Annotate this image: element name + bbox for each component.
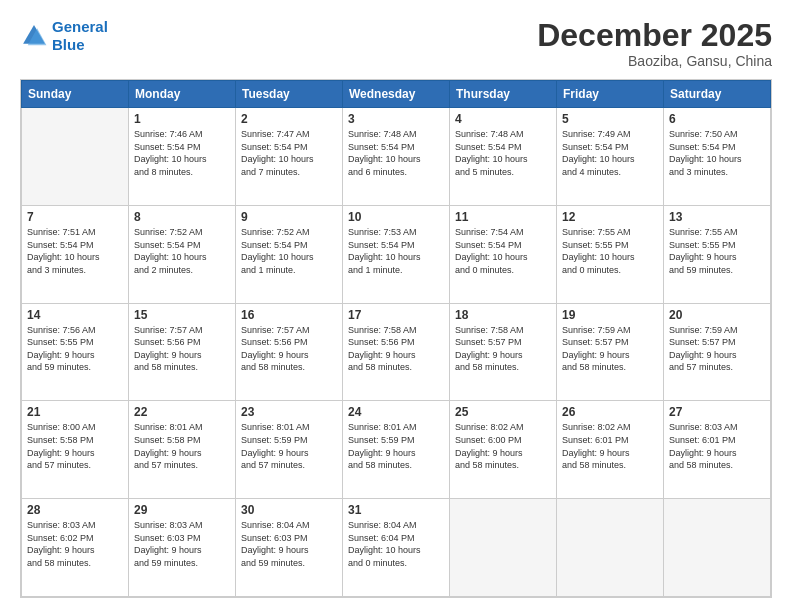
day-number: 19 (562, 308, 658, 322)
weekday-header: Friday (557, 81, 664, 108)
day-info: Sunrise: 7:58 AM Sunset: 5:57 PM Dayligh… (455, 324, 551, 374)
weekday-header: Saturday (664, 81, 771, 108)
day-info: Sunrise: 8:01 AM Sunset: 5:59 PM Dayligh… (348, 421, 444, 471)
logo-line1: General (52, 18, 108, 35)
calendar-week-row: 7Sunrise: 7:51 AM Sunset: 5:54 PM Daylig… (22, 205, 771, 303)
weekday-row: SundayMondayTuesdayWednesdayThursdayFrid… (22, 81, 771, 108)
day-number: 27 (669, 405, 765, 419)
calendar-cell: 21Sunrise: 8:00 AM Sunset: 5:58 PM Dayli… (22, 401, 129, 499)
location: Baoziba, Gansu, China (537, 53, 772, 69)
calendar-cell: 26Sunrise: 8:02 AM Sunset: 6:01 PM Dayli… (557, 401, 664, 499)
logo: General Blue (20, 18, 108, 54)
day-number: 25 (455, 405, 551, 419)
calendar-cell (557, 499, 664, 597)
month-title: December 2025 (537, 18, 772, 53)
calendar-week-row: 14Sunrise: 7:56 AM Sunset: 5:55 PM Dayli… (22, 303, 771, 401)
day-number: 10 (348, 210, 444, 224)
day-info: Sunrise: 8:03 AM Sunset: 6:02 PM Dayligh… (27, 519, 123, 569)
day-number: 21 (27, 405, 123, 419)
calendar-cell: 13Sunrise: 7:55 AM Sunset: 5:55 PM Dayli… (664, 205, 771, 303)
day-info: Sunrise: 8:01 AM Sunset: 5:58 PM Dayligh… (134, 421, 230, 471)
day-info: Sunrise: 8:03 AM Sunset: 6:03 PM Dayligh… (134, 519, 230, 569)
calendar-cell: 12Sunrise: 7:55 AM Sunset: 5:55 PM Dayli… (557, 205, 664, 303)
day-info: Sunrise: 7:58 AM Sunset: 5:56 PM Dayligh… (348, 324, 444, 374)
day-info: Sunrise: 7:50 AM Sunset: 5:54 PM Dayligh… (669, 128, 765, 178)
day-number: 23 (241, 405, 337, 419)
calendar-week-row: 21Sunrise: 8:00 AM Sunset: 5:58 PM Dayli… (22, 401, 771, 499)
weekday-header: Monday (129, 81, 236, 108)
title-block: December 2025 Baoziba, Gansu, China (537, 18, 772, 69)
day-info: Sunrise: 7:59 AM Sunset: 5:57 PM Dayligh… (562, 324, 658, 374)
calendar-cell: 25Sunrise: 8:02 AM Sunset: 6:00 PM Dayli… (450, 401, 557, 499)
calendar-cell: 27Sunrise: 8:03 AM Sunset: 6:01 PM Dayli… (664, 401, 771, 499)
calendar-cell: 23Sunrise: 8:01 AM Sunset: 5:59 PM Dayli… (236, 401, 343, 499)
calendar-cell: 16Sunrise: 7:57 AM Sunset: 5:56 PM Dayli… (236, 303, 343, 401)
day-number: 8 (134, 210, 230, 224)
calendar-cell: 28Sunrise: 8:03 AM Sunset: 6:02 PM Dayli… (22, 499, 129, 597)
logo-text: General Blue (52, 18, 108, 54)
day-number: 11 (455, 210, 551, 224)
day-info: Sunrise: 8:04 AM Sunset: 6:03 PM Dayligh… (241, 519, 337, 569)
day-number: 20 (669, 308, 765, 322)
day-info: Sunrise: 8:02 AM Sunset: 6:00 PM Dayligh… (455, 421, 551, 471)
day-number: 2 (241, 112, 337, 126)
day-number: 6 (669, 112, 765, 126)
day-info: Sunrise: 7:55 AM Sunset: 5:55 PM Dayligh… (562, 226, 658, 276)
logo-icon (20, 22, 48, 50)
day-number: 14 (27, 308, 123, 322)
weekday-header: Tuesday (236, 81, 343, 108)
calendar-cell: 8Sunrise: 7:52 AM Sunset: 5:54 PM Daylig… (129, 205, 236, 303)
calendar-cell: 1Sunrise: 7:46 AM Sunset: 5:54 PM Daylig… (129, 108, 236, 206)
calendar-cell: 5Sunrise: 7:49 AM Sunset: 5:54 PM Daylig… (557, 108, 664, 206)
weekday-header: Thursday (450, 81, 557, 108)
day-number: 30 (241, 503, 337, 517)
day-info: Sunrise: 7:53 AM Sunset: 5:54 PM Dayligh… (348, 226, 444, 276)
day-info: Sunrise: 7:55 AM Sunset: 5:55 PM Dayligh… (669, 226, 765, 276)
calendar-cell: 19Sunrise: 7:59 AM Sunset: 5:57 PM Dayli… (557, 303, 664, 401)
day-info: Sunrise: 7:52 AM Sunset: 5:54 PM Dayligh… (241, 226, 337, 276)
calendar-cell (22, 108, 129, 206)
calendar-cell: 14Sunrise: 7:56 AM Sunset: 5:55 PM Dayli… (22, 303, 129, 401)
day-number: 26 (562, 405, 658, 419)
page: General Blue December 2025 Baoziba, Gans… (0, 0, 792, 612)
day-info: Sunrise: 7:48 AM Sunset: 5:54 PM Dayligh… (455, 128, 551, 178)
day-number: 4 (455, 112, 551, 126)
calendar-cell: 22Sunrise: 8:01 AM Sunset: 5:58 PM Dayli… (129, 401, 236, 499)
day-number: 1 (134, 112, 230, 126)
weekday-header: Sunday (22, 81, 129, 108)
day-number: 15 (134, 308, 230, 322)
calendar-cell: 24Sunrise: 8:01 AM Sunset: 5:59 PM Dayli… (343, 401, 450, 499)
day-info: Sunrise: 7:47 AM Sunset: 5:54 PM Dayligh… (241, 128, 337, 178)
day-number: 9 (241, 210, 337, 224)
day-number: 17 (348, 308, 444, 322)
calendar-body: 1Sunrise: 7:46 AM Sunset: 5:54 PM Daylig… (22, 108, 771, 597)
calendar-cell: 2Sunrise: 7:47 AM Sunset: 5:54 PM Daylig… (236, 108, 343, 206)
day-number: 7 (27, 210, 123, 224)
day-number: 24 (348, 405, 444, 419)
calendar-cell: 18Sunrise: 7:58 AM Sunset: 5:57 PM Dayli… (450, 303, 557, 401)
calendar-week-row: 1Sunrise: 7:46 AM Sunset: 5:54 PM Daylig… (22, 108, 771, 206)
day-number: 28 (27, 503, 123, 517)
calendar-cell: 15Sunrise: 7:57 AM Sunset: 5:56 PM Dayli… (129, 303, 236, 401)
weekday-header: Wednesday (343, 81, 450, 108)
calendar-cell (664, 499, 771, 597)
calendar-cell: 29Sunrise: 8:03 AM Sunset: 6:03 PM Dayli… (129, 499, 236, 597)
day-info: Sunrise: 7:51 AM Sunset: 5:54 PM Dayligh… (27, 226, 123, 276)
calendar-cell: 9Sunrise: 7:52 AM Sunset: 5:54 PM Daylig… (236, 205, 343, 303)
day-number: 13 (669, 210, 765, 224)
calendar-week-row: 28Sunrise: 8:03 AM Sunset: 6:02 PM Dayli… (22, 499, 771, 597)
day-info: Sunrise: 8:01 AM Sunset: 5:59 PM Dayligh… (241, 421, 337, 471)
calendar: SundayMondayTuesdayWednesdayThursdayFrid… (20, 79, 772, 598)
header: General Blue December 2025 Baoziba, Gans… (20, 18, 772, 69)
day-info: Sunrise: 7:52 AM Sunset: 5:54 PM Dayligh… (134, 226, 230, 276)
day-info: Sunrise: 7:57 AM Sunset: 5:56 PM Dayligh… (241, 324, 337, 374)
day-info: Sunrise: 7:46 AM Sunset: 5:54 PM Dayligh… (134, 128, 230, 178)
day-info: Sunrise: 8:03 AM Sunset: 6:01 PM Dayligh… (669, 421, 765, 471)
day-info: Sunrise: 8:04 AM Sunset: 6:04 PM Dayligh… (348, 519, 444, 569)
day-number: 29 (134, 503, 230, 517)
day-number: 22 (134, 405, 230, 419)
day-info: Sunrise: 8:00 AM Sunset: 5:58 PM Dayligh… (27, 421, 123, 471)
calendar-cell (450, 499, 557, 597)
calendar-header: SundayMondayTuesdayWednesdayThursdayFrid… (22, 81, 771, 108)
day-number: 18 (455, 308, 551, 322)
